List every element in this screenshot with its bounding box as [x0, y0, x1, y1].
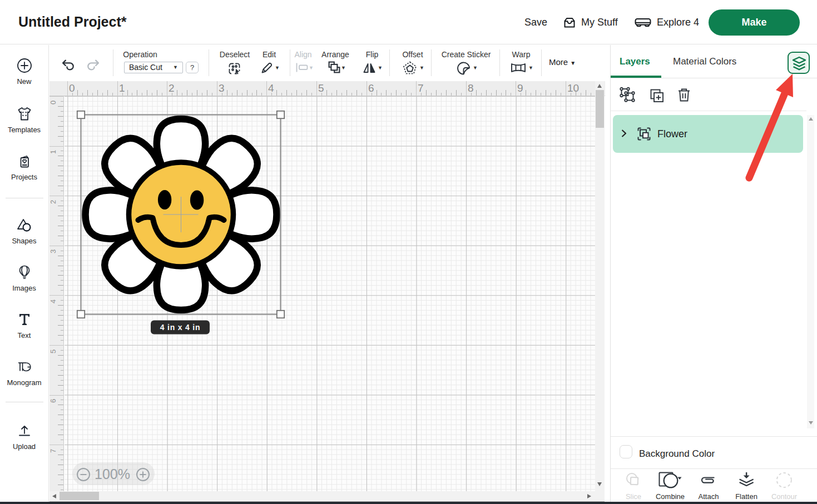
svg-text:4 in x 4 in: 4 in x 4 in [160, 323, 201, 332]
